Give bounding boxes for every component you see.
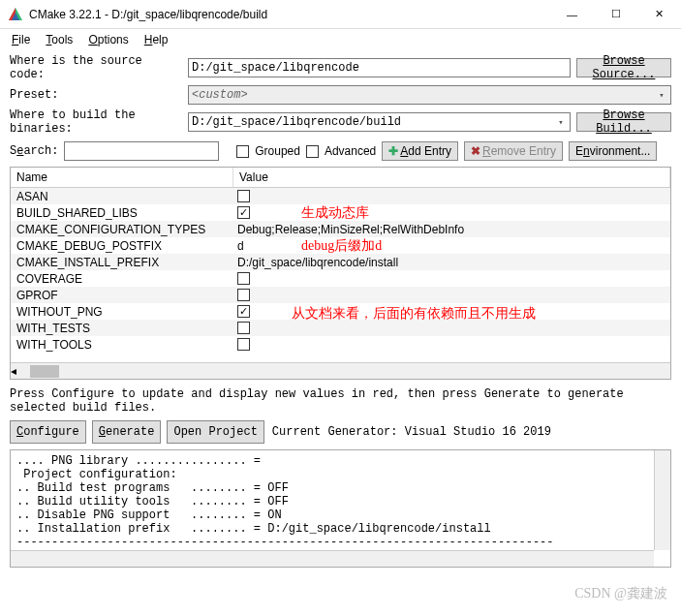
value-checkbox[interactable] — [237, 305, 250, 318]
binaries-combo[interactable]: D:/git_space/libqrencode/build ▾ — [188, 112, 571, 132]
table-row[interactable]: GPROF — [11, 287, 670, 303]
advanced-label: Advanced — [325, 144, 376, 158]
title-bar: CMake 3.22.1 - D:/git_space/libqrencode/… — [0, 0, 681, 29]
cell-value[interactable] — [233, 289, 670, 301]
cell-name: CMAKE_INSTALL_PREFIX — [11, 256, 233, 269]
value-checkbox[interactable] — [237, 206, 250, 219]
value-checkbox[interactable] — [237, 289, 250, 301]
cell-name: WITH_TOOLS — [11, 338, 233, 352]
environment-button[interactable]: Environment... — [569, 141, 657, 161]
menu-help[interactable]: Help — [144, 33, 169, 46]
horizontal-scrollbar[interactable]: ◂ — [11, 362, 670, 379]
cell-value[interactable] — [233, 322, 670, 334]
search-label: Search: — [10, 144, 58, 158]
cell-name: CMAKE_DEBUG_POSTFIX — [11, 239, 233, 253]
source-input[interactable] — [188, 58, 571, 77]
generator-label: Current Generator: Visual Studio 16 2019 — [272, 425, 551, 439]
table-row[interactable]: WITHOUT_PNG — [11, 303, 670, 320]
open-project-button[interactable]: Open Project — [167, 420, 263, 444]
maximize-button[interactable]: ☐ — [594, 0, 637, 29]
chevron-down-icon: ▾ — [554, 114, 568, 130]
advanced-checkbox[interactable] — [306, 145, 319, 158]
configure-button[interactable]: Configure — [10, 420, 86, 444]
cell-value[interactable] — [233, 272, 670, 285]
preset-label: Preset: — [10, 88, 182, 102]
cell-value[interactable]: D:/git_space/libqrencode/install — [233, 256, 670, 269]
info-text: Press Configure to update and display ne… — [10, 387, 671, 415]
output-h-scrollbar[interactable] — [11, 550, 654, 567]
cell-name: BUILD_SHARED_LIBS — [11, 206, 233, 220]
close-button[interactable]: ✕ — [637, 0, 681, 29]
app-icon — [8, 7, 23, 22]
grouped-checkbox[interactable] — [236, 145, 249, 158]
menu-tools[interactable]: Tools — [46, 33, 73, 46]
table-row[interactable]: CMAKE_INSTALL_PREFIXD:/git_space/libqren… — [11, 254, 670, 270]
value-checkbox[interactable] — [237, 322, 250, 334]
cell-value[interactable] — [233, 305, 670, 318]
minimize-button[interactable]: — — [550, 0, 594, 29]
table-row[interactable]: WITH_TOOLS — [11, 336, 670, 353]
browse-source-button[interactable]: Browse Source... — [576, 58, 671, 77]
x-icon: ✖ — [471, 144, 480, 158]
plus-icon: ✚ — [388, 144, 398, 158]
value-checkbox[interactable] — [237, 272, 250, 285]
window-title: CMake 3.22.1 - D:/git_space/libqrencode/… — [29, 8, 550, 21]
cell-name: COVERAGE — [11, 272, 233, 286]
table-row[interactable]: CMAKE_DEBUG_POSTFIXd — [11, 237, 670, 254]
browse-build-button[interactable]: Browse Build... — [576, 112, 671, 132]
cell-value[interactable] — [233, 206, 670, 219]
preset-combo[interactable]: <custom> ▾ — [188, 85, 671, 105]
source-label: Where is the source code: — [10, 54, 182, 81]
table-row[interactable]: BUILD_SHARED_LIBS — [11, 204, 670, 221]
output-v-scrollbar[interactable] — [654, 450, 670, 550]
generate-button[interactable]: Generate — [92, 420, 162, 444]
table-row[interactable]: WITH_TESTS — [11, 320, 670, 336]
menu-file[interactable]: File — [12, 33, 30, 46]
cell-name: CMAKE_CONFIGURATION_TYPES — [11, 223, 233, 236]
menu-options[interactable]: Options — [88, 33, 128, 46]
search-input[interactable] — [64, 141, 219, 161]
binaries-label: Where to build the binaries: — [10, 108, 182, 136]
cell-value[interactable] — [233, 190, 670, 202]
cell-value[interactable] — [233, 338, 670, 351]
cell-value[interactable]: Debug;Release;MinSizeRel;RelWithDebInfo — [233, 223, 670, 236]
preset-value: <custom> — [192, 88, 248, 102]
cell-name: GPROF — [11, 289, 233, 302]
cell-name: WITHOUT_PNG — [11, 305, 233, 319]
menu-bar: File Tools Options Help — [0, 29, 681, 50]
table-row[interactable]: COVERAGE — [11, 270, 670, 287]
cell-value[interactable]: d — [233, 239, 670, 253]
remove-entry-button[interactable]: ✖Remove Entry — [464, 141, 563, 161]
column-name[interactable]: Name — [11, 168, 233, 187]
watermark: CSDN @龚建波 — [574, 585, 667, 602]
output-text: .... PNG library ................ = Proj… — [16, 454, 554, 549]
cell-name: ASAN — [11, 190, 233, 203]
binaries-value: D:/git_space/libqrencode/build — [192, 115, 401, 129]
output-panel[interactable]: .... PNG library ................ = Proj… — [10, 449, 671, 568]
column-value[interactable]: Value — [233, 168, 670, 187]
cache-table: Name Value ASANBUILD_SHARED_LIBSCMAKE_CO… — [10, 167, 671, 380]
value-checkbox[interactable] — [237, 190, 250, 202]
chevron-down-icon: ▾ — [655, 87, 668, 103]
value-checkbox[interactable] — [237, 338, 250, 351]
window-controls: — ☐ ✕ — [550, 0, 681, 29]
table-row[interactable]: CMAKE_CONFIGURATION_TYPESDebug;Release;M… — [11, 221, 670, 237]
table-row[interactable]: ASAN — [11, 188, 670, 204]
cell-name: WITH_TESTS — [11, 322, 233, 335]
grouped-label: Grouped — [255, 144, 300, 158]
add-entry-button[interactable]: ✚Add Entry — [382, 141, 458, 161]
